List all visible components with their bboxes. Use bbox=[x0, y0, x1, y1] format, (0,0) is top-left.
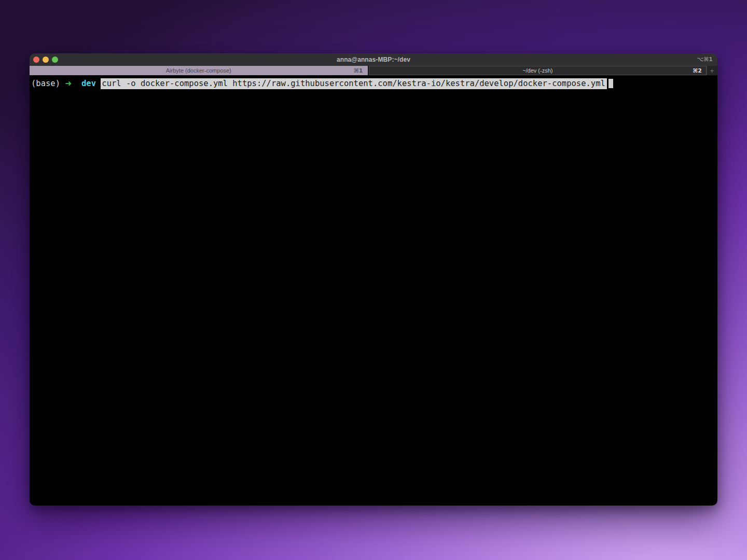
terminal-window: anna@annas-MBP:~/dev ⌥⌘1 Airbyte (docker… bbox=[30, 53, 717, 506]
tab-airbyte-docker-compose[interactable]: Airbyte (docker-compose) ⌘1 bbox=[30, 66, 369, 75]
desktop-background: anna@annas-MBP:~/dev ⌥⌘1 Airbyte (docker… bbox=[0, 0, 747, 560]
prompt-arrow-icon: ➜ bbox=[65, 79, 72, 88]
new-tab-button[interactable]: + bbox=[707, 66, 717, 75]
window-shortcut-hint: ⌥⌘1 bbox=[697, 56, 713, 63]
tab-label: ~/dev (-zsh) bbox=[522, 67, 552, 74]
command-text-selected: curl -o docker-compose.yml https://raw.g… bbox=[101, 78, 607, 89]
tab-shortcut-hint: ⌘1 bbox=[354, 67, 363, 74]
window-title: anna@annas-MBP:~/dev bbox=[30, 56, 717, 63]
titlebar[interactable]: anna@annas-MBP:~/dev ⌥⌘1 bbox=[30, 53, 717, 66]
tab-label: Airbyte (docker-compose) bbox=[166, 67, 231, 74]
close-button[interactable] bbox=[33, 57, 39, 63]
conda-env-label: (base) bbox=[31, 79, 65, 88]
terminal-cursor bbox=[608, 79, 613, 88]
prompt-directory: dev bbox=[72, 79, 101, 88]
zoom-button[interactable] bbox=[52, 57, 58, 63]
tab-dev-zsh[interactable]: ~/dev (-zsh) ⌘2 bbox=[369, 66, 707, 75]
minimize-button[interactable] bbox=[43, 57, 49, 63]
prompt-line: (base) ➜ dev curl -o docker-compose.yml … bbox=[31, 78, 716, 89]
tab-shortcut-hint: ⌘2 bbox=[693, 67, 702, 74]
tab-bar: Airbyte (docker-compose) ⌘1 ~/dev (-zsh)… bbox=[30, 66, 717, 76]
terminal-content[interactable]: (base) ➜ dev curl -o docker-compose.yml … bbox=[30, 76, 717, 506]
traffic-lights bbox=[30, 57, 58, 63]
